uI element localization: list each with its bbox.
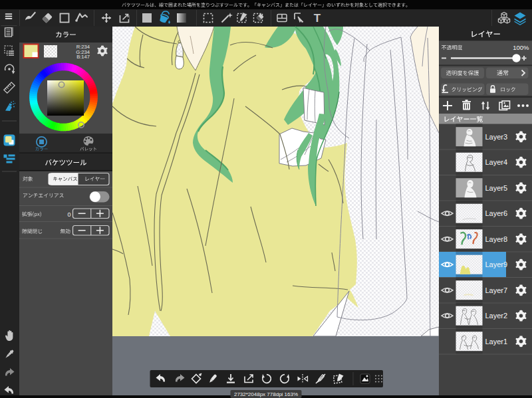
svg-text:Layer5: Layer5 [485,184,508,192]
svg-text:Layer6: Layer6 [485,209,508,217]
svg-text:B:147: B:147 [76,54,90,60]
svg-text:Layer7: Layer7 [485,286,508,294]
svg-text:2732*2048px 778dpi 163%: 2732*2048px 778dpi 163% [234,391,298,397]
svg-text:Layer8: Layer8 [485,235,508,243]
svg-text:Layer2: Layer2 [485,312,508,320]
svg-text:Layer9: Layer9 [485,260,508,268]
svg-text:Layer4: Layer4 [485,158,508,166]
svg-text:100%: 100% [513,44,529,51]
svg-text:0: 0 [67,211,70,218]
svg-text:Layer1: Layer1 [485,338,508,346]
svg-text:T: T [314,12,321,25]
svg-text:Layer3: Layer3 [485,133,508,141]
